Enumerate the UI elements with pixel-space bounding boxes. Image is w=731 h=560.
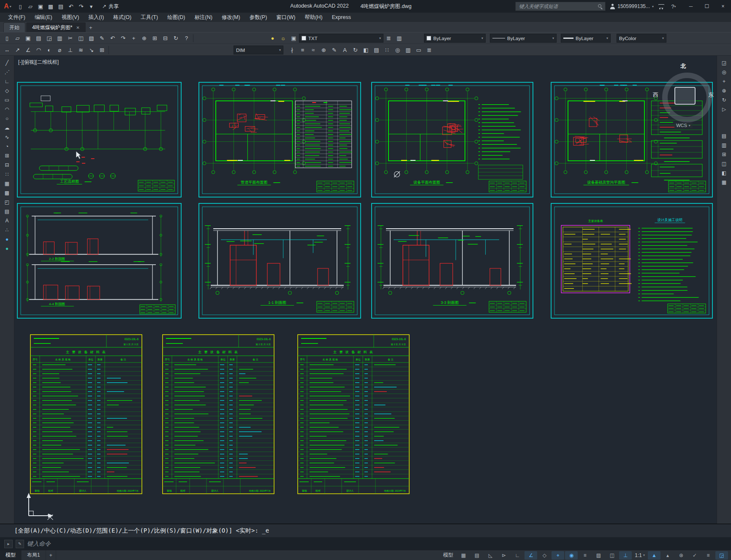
drawing-sheet-process-flow[interactable]: 工艺流程图 bbox=[16, 81, 182, 198]
command-prompt[interactable]: 键入命令 bbox=[27, 540, 51, 548]
annotation-visibility-toggle[interactable]: ▲ bbox=[648, 551, 660, 560]
menubar-item[interactable]: 插入(I) bbox=[84, 13, 109, 22]
pan-tool-button[interactable]: + bbox=[719, 77, 729, 85]
compass-east-label[interactable]: 东 bbox=[708, 91, 714, 99]
drawing-sheet-equipment-plan[interactable]: 设备平面布置图 bbox=[371, 81, 534, 198]
menubar-item[interactable]: 修改(M) bbox=[217, 13, 245, 22]
drawing-sheet-section-1-1[interactable]: 1-1 剖面图 bbox=[198, 203, 361, 319]
new-layout-button[interactable]: + bbox=[46, 550, 56, 560]
command-icon[interactable]: ▸ bbox=[4, 540, 13, 548]
layer-properties-button[interactable]: ≣ bbox=[383, 33, 394, 43]
document-tab[interactable]: 4吨燃煤锅炉房图* ✕ bbox=[26, 22, 86, 32]
dim-style-button[interactable]: ◧ bbox=[361, 45, 371, 55]
command-input-row[interactable]: ▸ ✎ 键入命令 bbox=[0, 537, 731, 550]
add-scales-toggle[interactable]: ▴ bbox=[661, 551, 674, 560]
drawing-sheet-section-3-3[interactable]: 3-3 剖面图 bbox=[371, 203, 534, 319]
arc-tool[interactable]: ◠ bbox=[2, 105, 12, 113]
drawing-sheet-pipe-plan[interactable]: 管道平面布置图 bbox=[198, 81, 361, 198]
bom-table-page-1[interactable]: 0323-10L-6第 1 页 共 3 页主 要 设 备 材 料 表序号名 称 … bbox=[28, 332, 144, 496]
menubar-item[interactable]: Express bbox=[327, 13, 356, 22]
plot-button[interactable]: ▤ bbox=[33, 33, 44, 43]
multiline-text-tool[interactable]: A bbox=[2, 216, 12, 225]
views-palette-button[interactable]: ◧ bbox=[719, 169, 729, 177]
dim-radius-button[interactable]: ◐ bbox=[44, 45, 54, 55]
dim-diameter-button[interactable]: ⌀ bbox=[54, 45, 65, 55]
menubar-item[interactable]: 绘图(D) bbox=[163, 13, 190, 22]
point-cloud-tool[interactable]: ● bbox=[2, 244, 12, 252]
linetype-combo[interactable]: ByLayer ▾ bbox=[490, 34, 557, 43]
close-button[interactable]: × bbox=[715, 0, 731, 13]
zoom-window-button[interactable]: ⊞ bbox=[149, 33, 160, 43]
layer-palette-button[interactable]: ▤ bbox=[719, 132, 729, 140]
text-style-button[interactable]: ▤ bbox=[371, 45, 382, 55]
undo-button[interactable]: ↶ bbox=[107, 33, 118, 43]
clean-screen-button[interactable]: ◲ bbox=[715, 551, 728, 560]
compass-north-label[interactable]: 北 bbox=[681, 62, 686, 70]
bom-table-page-2[interactable]: 0323-10L-6第 2 页 共 3 页主 要 设 备 材 料 表序号名 称 … bbox=[160, 332, 277, 496]
open-file-button[interactable]: ▱ bbox=[12, 33, 23, 43]
save-as-button[interactable]: ▩ bbox=[46, 1, 56, 11]
search-box[interactable] bbox=[515, 2, 606, 11]
menubar-item[interactable]: 格式(O) bbox=[109, 13, 136, 22]
regen-button[interactable]: ↻ bbox=[171, 33, 181, 43]
save-button[interactable]: ▣ bbox=[23, 33, 33, 43]
gradient-tool[interactable]: ▩ bbox=[2, 189, 12, 197]
isometric-drafting-toggle[interactable]: ◇ bbox=[538, 551, 551, 560]
rename-button[interactable]: ≣ bbox=[424, 45, 435, 55]
app-logo-menu[interactable]: A ▾ bbox=[0, 0, 15, 13]
polygon-tool[interactable]: ◇ bbox=[2, 87, 12, 95]
point-style-button[interactable]: ∷ bbox=[382, 45, 392, 55]
transparency-toggle[interactable]: ▨ bbox=[592, 551, 605, 560]
pan-button[interactable]: + bbox=[128, 33, 139, 43]
color-combo[interactable]: ByLayer ▾ bbox=[424, 34, 486, 43]
quick-dim-button[interactable]: ≋ bbox=[76, 45, 86, 55]
grid-display-toggle[interactable]: ▦ bbox=[457, 551, 470, 560]
polar-tracking-toggle[interactable]: ∠ bbox=[524, 551, 537, 560]
menubar-item[interactable]: 标注(N) bbox=[190, 13, 217, 22]
revision-cloud-tool[interactable]: ☁ bbox=[2, 124, 12, 132]
orbit-tool-button[interactable]: ↻ bbox=[719, 96, 729, 104]
new-file-button[interactable]: ▯ bbox=[15, 1, 25, 11]
construction-line-tool[interactable]: ⋰ bbox=[2, 68, 12, 76]
menubar-item[interactable]: 编辑(E) bbox=[30, 13, 57, 22]
sheet-set-button[interactable]: ▦ bbox=[719, 178, 729, 186]
hatch-tool[interactable]: ▦ bbox=[2, 179, 12, 187]
properties-palette-button[interactable]: ▥ bbox=[719, 141, 729, 149]
dim-break-button[interactable]: ∤ bbox=[287, 45, 297, 55]
zoom-previous-button[interactable]: ⊟ bbox=[160, 33, 171, 43]
layout1-tab[interactable]: 布局1 bbox=[22, 550, 46, 560]
minimize-button[interactable]: ─ bbox=[683, 0, 699, 13]
zoom-tool-button[interactable]: ⊕ bbox=[719, 87, 729, 95]
units-button[interactable]: ◎ bbox=[392, 45, 403, 55]
menubar-item[interactable]: 视图(V) bbox=[57, 13, 84, 22]
maximize-button[interactable]: ☐ bbox=[699, 0, 715, 13]
dim-style-combo[interactable]: DIM ▾ bbox=[234, 46, 283, 54]
drawing-sheet-design-notes[interactable]: 主要设备表设计及施工说明 bbox=[550, 203, 713, 319]
plot-button[interactable]: ▤ bbox=[56, 1, 66, 11]
plot-preview-button[interactable]: ◲ bbox=[44, 33, 54, 43]
polyline-tool[interactable]: ∟ bbox=[2, 77, 12, 85]
search-input[interactable] bbox=[518, 3, 595, 9]
publish-button[interactable]: ▥ bbox=[54, 33, 65, 43]
start-tab[interactable]: 开始 bbox=[3, 22, 25, 32]
menubar-item[interactable]: 窗口(W) bbox=[272, 13, 300, 22]
recent-commands-icon[interactable]: ✎ bbox=[16, 540, 24, 548]
drawing-sheet-sections-2-4[interactable]: 2-2 剖面图4-4 剖面图 bbox=[16, 203, 182, 319]
region-tool[interactable]: ◰ bbox=[2, 198, 12, 206]
redo-button[interactable]: ↷ bbox=[118, 33, 128, 43]
dim-center-button[interactable]: ⊕ bbox=[318, 45, 329, 55]
lineweight-combo[interactable]: ByLayer ▾ bbox=[561, 34, 611, 43]
plotstyle-combo[interactable]: ByColor ▾ bbox=[617, 34, 666, 43]
object-snap-tracking-toggle[interactable]: ⌖ bbox=[552, 551, 564, 560]
account-menu[interactable]: 1505999135... ▾ bbox=[610, 3, 654, 9]
ellipse-tool[interactable]: ◔ bbox=[2, 142, 12, 150]
undo-button[interactable]: ↶ bbox=[66, 1, 76, 11]
dim-update-button[interactable]: ↻ bbox=[350, 45, 361, 55]
dim-linear-button[interactable]: ↔ bbox=[2, 45, 12, 55]
cut-button[interactable]: ✂ bbox=[65, 33, 76, 43]
dim-arc-button[interactable]: ◠ bbox=[33, 45, 44, 55]
dim-text-edit-button[interactable]: A bbox=[340, 45, 350, 55]
annotation-scale-button[interactable]: 1:1 ▾ bbox=[632, 552, 647, 558]
redo-button[interactable]: ↷ bbox=[76, 1, 86, 11]
customization-button[interactable]: ≡ bbox=[702, 551, 715, 560]
